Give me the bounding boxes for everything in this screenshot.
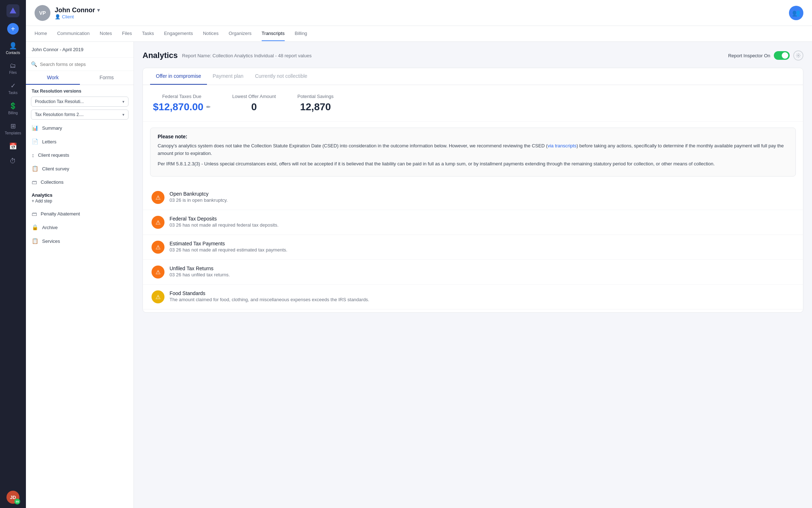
app-logo[interactable] [6, 4, 19, 17]
menu-item-penalty-abatement[interactable]: 🗃 Penalty Abatement [26, 207, 134, 220]
nav-badge: 55 [14, 499, 20, 504]
result-federal-tax-deposits: ⚠ Federal Tax Deposits 03 26 has not mad… [143, 210, 803, 235]
open-bankruptcy-title: Open Bankruptcy [170, 191, 228, 197]
billing-icon: 💲 [9, 102, 17, 110]
svg-point-1 [798, 55, 799, 56]
contacts-icon: 👤 [9, 42, 17, 50]
tab-organizers[interactable]: Organizers [229, 26, 252, 41]
analytics-card: Offer in compromise Payment plan Current… [143, 68, 803, 313]
analytics-report-name: Report Name: Collection Analytics Indivi… [182, 53, 312, 58]
people-icon-button[interactable]: 👥 [789, 6, 803, 20]
menu-item-services[interactable]: 📋 Services [26, 234, 134, 248]
report-inspector-label: Report Inspector On [728, 53, 770, 58]
settings-icon-button[interactable] [793, 50, 803, 61]
sidebar-item-tasks[interactable]: ✓ Tasks [0, 79, 26, 98]
results-container: ⚠ Open Bankruptcy 03 26 is in open bankr… [143, 182, 803, 312]
estimated-tax-payments-title: Estimated Tax Payments [170, 241, 287, 246]
nav-user-avatar[interactable]: JD 55 [6, 491, 19, 504]
tab-currently-not-collectible[interactable]: Currently not collectible [249, 68, 313, 85]
tab-billing[interactable]: Billing [295, 26, 307, 41]
sidebar-item-timer[interactable]: ⏱ [0, 155, 26, 168]
tab-tasks[interactable]: Tasks [142, 26, 154, 41]
svg-marker-0 [10, 8, 16, 14]
estimated-tax-payments-content: Estimated Tax Payments 03 26 has not mad… [170, 241, 287, 253]
sidebar-item-files[interactable]: 🗂 Files [0, 59, 26, 77]
menu-item-client-requests[interactable]: ↕ Client requests [26, 148, 134, 162]
potential-savings-label: Potential Savings [297, 94, 333, 99]
edit-icon[interactable]: ✏ [206, 104, 211, 110]
user-role[interactable]: 👤 Client [55, 14, 100, 19]
menu-item-archive[interactable]: 🔒 Archive [26, 220, 134, 234]
analytics-title: Analytics [143, 51, 178, 60]
tab-offer-in-compromise[interactable]: Offer in compromise [150, 68, 207, 85]
sidebar-item-billing[interactable]: 💲 Billing [0, 99, 26, 118]
add-step-button[interactable]: + Add step [32, 198, 128, 206]
tasks-icon: ✓ [10, 82, 16, 90]
body-layout: John Connor - April 2019 🔍 Work Forms Ta… [26, 42, 812, 508]
sub-nav: Home Communication Notes Files Tasks Eng… [26, 26, 812, 42]
tab-transcripts[interactable]: Transcripts [262, 26, 285, 41]
menu-item-letters[interactable]: 📄 Letters [26, 135, 134, 148]
tab-files[interactable]: Files [122, 26, 132, 41]
main-content: Analytics Report Name: Collection Analyt… [134, 42, 812, 508]
report-inspector-toggle[interactable] [774, 51, 790, 60]
open-bankruptcy-icon: ⚠ [152, 191, 164, 204]
food-standards-desc: The amount claimed for food, clothing, a… [170, 297, 369, 302]
billing-label: Billing [8, 111, 18, 115]
menu-item-client-survey[interactable]: 📋 Client survey [26, 162, 134, 175]
tab-home[interactable]: Home [35, 26, 47, 41]
analytics-section: Analytics + Add step [26, 189, 134, 207]
sidebar-item-calendar[interactable]: 📅 [0, 139, 26, 153]
version-dropdown-2[interactable]: Tax Resolution forms 2.... ▾ [31, 110, 128, 120]
analytics-header: Analytics Report Name: Collection Analyt… [143, 50, 803, 61]
sidebar-client-header: John Connor - April 2019 [26, 42, 134, 58]
nav-add-button[interactable]: + [7, 23, 19, 35]
files-label: Files [9, 71, 17, 75]
note-title: Please note: [158, 134, 788, 139]
sidebar-item-contacts[interactable]: 👤 Contacts [0, 39, 26, 58]
tab-forms[interactable]: Forms [80, 71, 134, 85]
sidebar-search-bar[interactable]: 🔍 [26, 58, 134, 71]
summary-icon: 📊 [32, 125, 39, 131]
menu-item-collections[interactable]: 🗃 Collections [26, 175, 134, 189]
sidebar-item-templates[interactable]: ⊞ Templates [0, 119, 26, 138]
tab-notes[interactable]: Notes [100, 26, 112, 41]
card-tabs: Offer in compromise Payment plan Current… [143, 68, 803, 85]
app-nav: + 👤 Contacts 🗂 Files ✓ Tasks 💲 Billing ⊞… [0, 0, 26, 508]
tab-communication[interactable]: Communication [57, 26, 90, 41]
unfiled-tax-returns-desc: 03 26 has unfiled tax returns. [170, 272, 230, 277]
note-text-2: Per IRM 5.8.1.2.3(3) - Unless special ci… [158, 160, 788, 168]
food-standards-content: Food Standards The amount claimed for fo… [170, 290, 369, 302]
role-icon: 👤 [55, 14, 60, 19]
result-open-bankruptcy: ⚠ Open Bankruptcy 03 26 is in open bankr… [143, 185, 803, 210]
menu-item-summary[interactable]: 📊 Summary [26, 121, 134, 135]
open-bankruptcy-content: Open Bankruptcy 03 26 is in open bankrup… [170, 191, 228, 203]
client-survey-icon: 📋 [32, 165, 39, 172]
client-requests-icon: ↕ [32, 152, 35, 158]
tasks-label: Tasks [8, 91, 18, 95]
services-icon: 📋 [32, 238, 39, 244]
potential-savings-col: Potential Savings 12,870 [297, 94, 333, 113]
lowest-offer-label: Lowest Offer Amount [232, 94, 276, 99]
tab-engagements[interactable]: Engagements [164, 26, 193, 41]
tab-work[interactable]: Work [26, 71, 80, 85]
tab-payment-plan[interactable]: Payment plan [207, 68, 249, 85]
federal-tax-deposits-content: Federal Tax Deposits 03 26 has not made … [170, 216, 279, 228]
tab-notices[interactable]: Notices [203, 26, 218, 41]
chevron-down-icon: ▾ [122, 99, 125, 104]
version-dropdown-1[interactable]: Production Tax Resoluti... ▾ [31, 97, 128, 107]
result-food-standards: ⚠ Food Standards The amount claimed for … [143, 285, 803, 309]
archive-icon: 🔒 [32, 224, 39, 231]
sidebar-tabs: Work Forms [26, 71, 134, 85]
timer-icon: ⏱ [10, 157, 16, 165]
analytics-header-left: Analytics Report Name: Collection Analyt… [143, 51, 312, 60]
calendar-icon: 📅 [9, 142, 17, 150]
food-standards-title: Food Standards [170, 290, 369, 296]
user-name[interactable]: John Connor ▾ [55, 6, 100, 14]
analytics-section-title: Analytics [32, 192, 128, 198]
sidebar-panel: John Connor - April 2019 🔍 Work Forms Ta… [26, 42, 134, 508]
transcripts-link[interactable]: via transcripts [547, 143, 576, 148]
estimated-tax-payments-icon: ⚠ [152, 241, 164, 254]
search-input[interactable] [40, 62, 128, 67]
main-container: VP John Connor ▾ 👤 Client 👥 Home Communi… [26, 0, 812, 508]
